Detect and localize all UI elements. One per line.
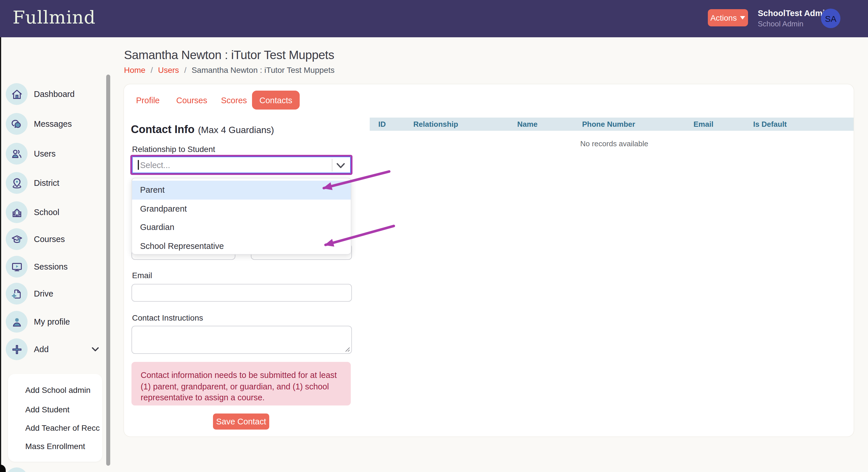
- sidebar-item-add[interactable]: Add: [6, 338, 107, 360]
- annotation-highlight-box: Select...: [130, 155, 352, 175]
- submenu-item-add-teacher-of-recc[interactable]: Add Teacher of Recc: [25, 423, 100, 432]
- email-label: Email: [132, 271, 152, 280]
- option-school-representative[interactable]: School Representative: [140, 241, 224, 250]
- sidebar-item-school[interactable]: School: [6, 201, 107, 223]
- instructions-textarea[interactable]: [131, 326, 352, 354]
- sidebar-item-label: Dashboard: [34, 90, 74, 99]
- relationship-label: Relationship to Student: [132, 144, 215, 154]
- column-header-id[interactable]: ID: [378, 120, 386, 129]
- option-parent[interactable]: Parent: [140, 185, 164, 194]
- sidebar-item-label: Messages: [34, 119, 72, 129]
- column-header-is-default[interactable]: Is Default: [753, 120, 787, 129]
- sidebar-item-label: My profile: [34, 317, 70, 326]
- actions-button[interactable]: Actions: [708, 9, 748, 26]
- submenu-item-add-student[interactable]: Add Student: [25, 405, 69, 414]
- drive-icon: [6, 283, 28, 305]
- sidebar: Dashboard Messages Users District School: [0, 37, 112, 472]
- option-grandparent[interactable]: Grandparent: [140, 204, 187, 213]
- submenu-item-add-school-admin[interactable]: Add School admin: [25, 385, 90, 395]
- column-header-name[interactable]: Name: [517, 120, 538, 129]
- sidebar-item-label: Add: [34, 345, 49, 354]
- district-icon: [6, 172, 28, 194]
- breadcrumb-separator: /: [184, 65, 187, 74]
- select-divider: [332, 159, 332, 171]
- resize-handle-icon[interactable]: [345, 347, 350, 352]
- page-bottom-strip: [112, 437, 868, 472]
- select-placeholder: Select...: [140, 161, 170, 170]
- tab-contacts-label: Contacts: [259, 96, 292, 105]
- option-highlight: [132, 181, 351, 200]
- avatar[interactable]: SA: [821, 9, 840, 28]
- contact-info-heading-text: Contact Info: [131, 123, 195, 135]
- column-header-phone-number[interactable]: Phone Number: [582, 120, 635, 129]
- save-contact-button[interactable]: Save Contact: [213, 413, 269, 430]
- sidebar-item-label: Drive: [34, 289, 53, 298]
- sidebar-item-label: Courses: [34, 235, 65, 244]
- integrations-icon: [6, 467, 28, 472]
- sessions-icon: [6, 256, 28, 278]
- contact-requirement-alert: Contact information needs to be submitte…: [131, 362, 351, 405]
- sidebar-item-label: District: [34, 178, 59, 188]
- window-edge: [0, 37, 1, 472]
- contact-info-heading: Contact Info(Max 4 Guardians): [131, 123, 274, 136]
- breadcrumb-separator: /: [151, 65, 153, 74]
- tab-profile[interactable]: Profile: [136, 96, 160, 105]
- fullmind-logo[interactable]: Fullmind: [12, 7, 96, 28]
- tab-courses[interactable]: Courses: [176, 96, 207, 105]
- users-icon: [6, 143, 28, 165]
- dashboard-icon: [6, 83, 28, 105]
- column-header-relationship[interactable]: Relationship: [413, 120, 458, 129]
- add-icon: [6, 338, 28, 360]
- sidebar-item-district[interactable]: District: [6, 172, 107, 194]
- breadcrumb-users-link[interactable]: Users: [158, 65, 179, 74]
- add-submenu: Add School admin Add Student Add Teacher…: [8, 374, 102, 462]
- breadcrumb: Home / Users / Samantha Newton : iTutor …: [124, 65, 334, 74]
- sidebar-item-drive[interactable]: Drive: [6, 283, 107, 305]
- top-header-bar: Fullmind Actions SchoolTest Admin School…: [0, 0, 868, 37]
- sidebar-item-messages[interactable]: Messages: [6, 113, 107, 135]
- messages-icon: [6, 113, 28, 135]
- sidebar-item-label: Sessions: [34, 262, 68, 271]
- chevron-down-icon: [92, 347, 99, 351]
- page-title: Samantha Newton : iTutor Test Muppets: [124, 48, 334, 62]
- email-field[interactable]: [131, 284, 352, 302]
- table-empty-message: No records available: [568, 139, 660, 148]
- text-cursor: [138, 160, 138, 170]
- actions-button-label: Actions: [710, 13, 737, 22]
- sidebar-item-label: Users: [34, 149, 56, 158]
- save-contact-label: Save Contact: [216, 417, 266, 426]
- chevron-down-icon[interactable]: [336, 163, 345, 169]
- relationship-dropdown-menu: Parent Grandparent Guardian School Repre…: [131, 178, 351, 255]
- sidebar-item-label: School: [34, 208, 59, 217]
- relationship-select[interactable]: Select...: [132, 157, 351, 173]
- caret-down-icon: [740, 16, 745, 20]
- sidebar-item-courses[interactable]: Courses: [6, 228, 107, 250]
- sidebar-item-my-profile[interactable]: My profile: [6, 311, 107, 333]
- school-icon: [6, 201, 28, 223]
- tab-contacts-active[interactable]: Contacts: [252, 91, 300, 109]
- sidebar-scrollbar[interactable]: [106, 74, 110, 466]
- column-header-email[interactable]: Email: [693, 120, 713, 129]
- sidebar-item-dashboard[interactable]: Dashboard: [6, 83, 107, 105]
- option-guardian[interactable]: Guardian: [140, 223, 174, 232]
- my-profile-icon: [6, 311, 28, 333]
- sidebar-item-integrations[interactable]: Integrations: [6, 467, 107, 472]
- sidebar-item-users[interactable]: Users: [6, 143, 107, 165]
- app-window: Fullmind Actions SchoolTest Admin School…: [0, 0, 868, 472]
- sidebar-item-sessions[interactable]: Sessions: [6, 256, 107, 278]
- contact-info-heading-suffix: (Max 4 Guardians): [198, 125, 274, 135]
- submenu-item-mass-enrollment[interactable]: Mass Enrollment: [25, 442, 85, 451]
- tab-scores[interactable]: Scores: [221, 96, 247, 105]
- instructions-label: Contact Instructions: [132, 313, 203, 322]
- courses-icon: [6, 228, 28, 250]
- breadcrumb-current: Samantha Newton : iTutor Test Muppets: [191, 65, 334, 74]
- breadcrumb-home-link[interactable]: Home: [124, 65, 146, 74]
